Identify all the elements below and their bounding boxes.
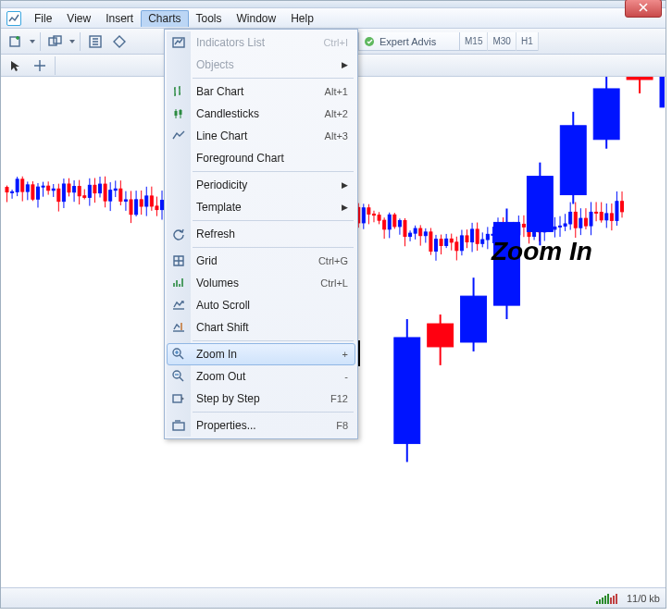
- svg-rect-260: [627, 77, 653, 80]
- refresh-icon: [171, 227, 186, 241]
- menu-item-foreground-chart[interactable]: Foreground Chart: [167, 147, 355, 169]
- svg-rect-64: [156, 206, 158, 210]
- volumes-icon: [171, 276, 186, 290]
- svg-rect-60: [145, 196, 148, 206]
- market-watch-button[interactable]: [84, 31, 106, 52]
- svg-rect-6: [6, 188, 8, 192]
- menu-view[interactable]: View: [59, 10, 98, 27]
- menu-shortcut: F12: [330, 393, 348, 404]
- svg-rect-20: [42, 186, 44, 187]
- svg-rect-40: [93, 185, 96, 192]
- timeframe-m30[interactable]: M30: [488, 32, 516, 51]
- menu-item-properties[interactable]: Properties...F8: [167, 414, 355, 437]
- menu-item-label: Auto Scroll: [196, 299, 250, 312]
- menu-separator: [193, 171, 354, 172]
- timeframe-m15[interactable]: M15: [460, 32, 488, 51]
- navigator-button[interactable]: [108, 31, 131, 52]
- menu-item-refresh[interactable]: Refresh: [167, 223, 355, 245]
- menu-item-indicators-list: Indicators ListCtrl+I: [167, 31, 355, 54]
- menu-separator: [193, 340, 354, 341]
- menu-item-label: Step by Step: [196, 392, 260, 405]
- menu-item-label: Indicators List: [196, 36, 265, 49]
- new-chart-button[interactable]: [5, 31, 27, 52]
- svg-rect-182: [460, 236, 463, 251]
- menu-file[interactable]: File: [27, 10, 59, 27]
- svg-rect-42: [99, 184, 102, 193]
- svg-rect-158: [398, 220, 401, 226]
- svg-rect-166: [419, 228, 422, 236]
- menu-shortcut: Alt+1: [325, 86, 348, 97]
- menu-item-objects: Objects▶: [167, 54, 355, 76]
- svg-rect-180: [455, 242, 458, 251]
- menu-item-bar-chart[interactable]: Bar ChartAlt+1: [167, 80, 355, 103]
- svg-rect-160: [404, 220, 406, 236]
- svg-rect-12: [21, 179, 24, 191]
- menu-tools[interactable]: Tools: [189, 10, 230, 27]
- candlestick-icon: [171, 106, 186, 121]
- menu-item-label: Bar Chart: [196, 85, 243, 98]
- svg-rect-52: [124, 200, 127, 201]
- menu-item-template[interactable]: Template▶: [167, 196, 355, 218]
- window-close-button[interactable]: [625, 0, 662, 18]
- svg-rect-152: [383, 220, 386, 229]
- app-icon: [6, 11, 21, 26]
- svg-rect-48: [114, 189, 117, 190]
- menu-shortcut: -: [344, 371, 348, 382]
- svg-rect-246: [394, 338, 420, 444]
- svg-rect-240: [610, 214, 613, 221]
- menu-item-chart-shift[interactable]: Chart Shift: [167, 316, 355, 339]
- app-window: FileViewInsertChartsToolsWindowHelp Expe…: [0, 0, 666, 609]
- blank-icon: [171, 151, 186, 166]
- svg-rect-58: [140, 200, 143, 206]
- menu-bar: FileViewInsertChartsToolsWindowHelp: [1, 8, 666, 29]
- svg-rect-238: [605, 214, 608, 220]
- menu-item-auto-scroll[interactable]: Auto Scroll: [167, 294, 355, 316]
- svg-rect-150: [378, 216, 380, 221]
- menu-item-grid[interactable]: GridCtrl+G: [167, 250, 355, 272]
- menu-shortcut: Alt+3: [325, 130, 348, 142]
- menu-help[interactable]: Help: [283, 10, 321, 27]
- svg-rect-269: [173, 423, 184, 430]
- cursor-tool[interactable]: [5, 55, 27, 76]
- svg-rect-28: [62, 184, 65, 202]
- menu-separator: [193, 247, 354, 248]
- svg-rect-26: [57, 189, 60, 201]
- svg-rect-164: [414, 228, 417, 233]
- svg-rect-50: [119, 189, 122, 201]
- menu-shortcut: Ctrl+L: [320, 277, 348, 289]
- svg-rect-54: [130, 200, 132, 215]
- menu-item-line-chart[interactable]: Line ChartAlt+3: [167, 125, 355, 147]
- menu-charts[interactable]: Charts: [141, 10, 188, 27]
- svg-rect-228: [579, 218, 582, 228]
- new-chart-dropdown[interactable]: [29, 31, 36, 52]
- menu-item-zoom-in[interactable]: Zoom In+: [167, 343, 355, 365]
- grid-icon: [171, 253, 186, 268]
- svg-point-4: [365, 37, 374, 46]
- transfer-label: 11/0 kb: [627, 593, 660, 604]
- submenu-arrow-icon: ▶: [342, 60, 348, 69]
- svg-rect-146: [367, 208, 370, 215]
- blank-icon: [171, 178, 186, 192]
- menu-separator: [193, 220, 354, 221]
- step-icon: [171, 391, 186, 406]
- menu-item-volumes[interactable]: VolumesCtrl+L: [167, 272, 355, 294]
- menu-item-zoom-out[interactable]: Zoom Out-: [167, 365, 355, 388]
- svg-rect-22: [47, 186, 50, 191]
- bar-chart-icon: [171, 84, 186, 99]
- menu-insert[interactable]: Insert: [98, 10, 141, 27]
- menu-window[interactable]: Window: [230, 10, 284, 27]
- svg-rect-222: [564, 224, 566, 226]
- crosshair-tool[interactable]: [29, 55, 51, 76]
- profiles-dropdown[interactable]: [68, 31, 76, 52]
- profiles-button[interactable]: [44, 31, 67, 52]
- menu-item-candlesticks[interactable]: CandlesticksAlt+2: [167, 103, 355, 125]
- svg-rect-16: [31, 185, 34, 199]
- menu-item-periodicity[interactable]: Periodicity▶: [167, 174, 355, 196]
- menu-item-label: Foreground Chart: [196, 152, 284, 165]
- zoom-in-icon: [171, 347, 186, 362]
- expert-advisors-toggle[interactable]: Expert Advis: [358, 32, 460, 51]
- svg-rect-62: [150, 196, 153, 206]
- timeframe-h1[interactable]: H1: [516, 32, 539, 51]
- menu-item-step-by-step[interactable]: Step by StepF12: [167, 388, 355, 410]
- svg-rect-174: [440, 240, 442, 246]
